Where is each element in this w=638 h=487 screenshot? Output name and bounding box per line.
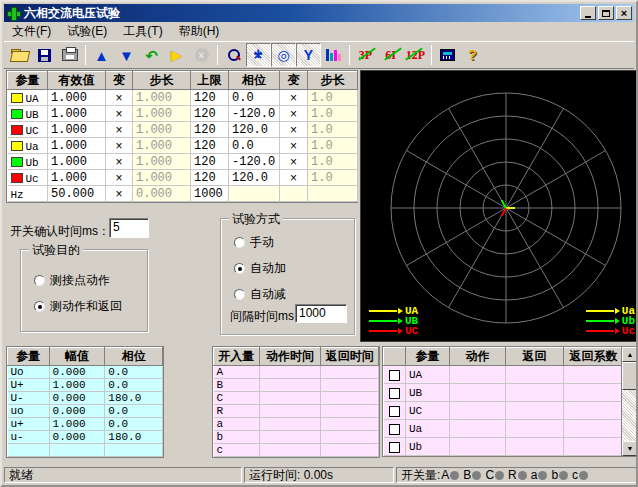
main-window: 六相交流电压试验 × 文件(F)试验(E)工具(T)帮助(H) ▲ ▼ ↶ ▶ … [0, 0, 638, 487]
zoom-button[interactable] [221, 43, 246, 67]
limit-cell[interactable]: 120 [191, 90, 229, 106]
run-button[interactable]: ▶ [164, 43, 189, 67]
decrease-button[interactable]: ▼ [114, 43, 139, 67]
phase-cell[interactable]: 0.0 [229, 90, 280, 106]
rms-cell[interactable]: 1.000 [48, 170, 106, 186]
close-button[interactable]: × [616, 6, 632, 20]
var1-cell[interactable]: × [106, 154, 133, 170]
action-row: Ua [384, 420, 624, 438]
switch-letter: A [441, 468, 449, 482]
row-checkbox[interactable] [389, 424, 400, 435]
rms-cell[interactable]: 50.000 [48, 186, 106, 202]
var2-cell[interactable]: × [280, 138, 308, 154]
menu-item[interactable]: 工具(T) [115, 22, 170, 41]
phase-cell[interactable]: 120.0 [229, 170, 280, 186]
twelve-phase-button[interactable]: 12P [403, 43, 428, 67]
radio-label: 测动作和返回 [50, 298, 122, 315]
open-button[interactable] [7, 43, 32, 67]
in-name: A [214, 366, 260, 379]
save-button[interactable] [32, 43, 57, 67]
vertical-scrollbar[interactable]: ▲ ▼ [621, 347, 637, 456]
rms-cell[interactable]: 1.000 [48, 106, 106, 122]
three-phase-button[interactable]: 3P [353, 43, 378, 67]
param-name-cell: Ub [8, 154, 48, 170]
maximize-button[interactable] [598, 6, 614, 20]
limit-cell[interactable]: 120 [191, 170, 229, 186]
y-connection-button[interactable]: Y [296, 43, 321, 67]
minimize-button[interactable] [580, 6, 596, 20]
mode-radio-option[interactable]: 自动减 [234, 286, 286, 303]
phase-cell[interactable]: 120.0 [229, 122, 280, 138]
limit-cell[interactable]: 120 [191, 122, 229, 138]
limit-cell[interactable]: 120 [191, 154, 229, 170]
reset-button[interactable]: ↶ [139, 43, 164, 67]
act-action [450, 402, 506, 420]
var2-cell[interactable]: × [280, 154, 308, 170]
seq-amp: 1.000 [49, 418, 105, 431]
titlebar: 六相交流电压试验 × [4, 4, 634, 22]
six-current-button[interactable]: 6I [378, 43, 403, 67]
var2-cell[interactable]: × [280, 106, 308, 122]
limit-cell[interactable]: 120 [191, 106, 229, 122]
calculator-button[interactable] [435, 43, 460, 67]
rms-cell[interactable]: 1.000 [48, 90, 106, 106]
var1-cell[interactable]: × [106, 106, 133, 122]
switch-indicator: C [485, 468, 508, 482]
increase-button[interactable]: ▲ [89, 43, 114, 67]
var2-cell[interactable] [280, 186, 308, 202]
var2-cell[interactable]: × [280, 122, 308, 138]
mode-radio-option[interactable]: 手动 [234, 234, 274, 251]
mode-radio-option[interactable]: 自动加 [234, 260, 286, 277]
phase-cell[interactable]: -120.0 [229, 154, 280, 170]
rms-cell[interactable]: 1.000 [48, 138, 106, 154]
rms-cell[interactable]: 1.000 [48, 154, 106, 170]
scrollbar-thumb[interactable] [622, 362, 638, 390]
help-icon: ? [468, 48, 477, 62]
row-checkbox[interactable] [389, 406, 400, 417]
switch-input-table: 开入量 动作时间 返回时间 A B [212, 346, 380, 458]
var1-cell[interactable]: × [106, 170, 133, 186]
vector-diagram-button[interactable] [246, 43, 271, 67]
scroll-up-button[interactable]: ▲ [622, 347, 638, 362]
rms-cell[interactable]: 1.000 [48, 122, 106, 138]
purpose-radio-option[interactable]: 测接点动作 [34, 272, 110, 289]
radio-label: 测接点动作 [50, 272, 110, 289]
var1-cell[interactable]: × [106, 122, 133, 138]
phase-cell[interactable]: 0.0 [229, 138, 280, 154]
bar-chart-button[interactable] [321, 43, 346, 67]
act-return [506, 438, 564, 456]
purpose-radio-option[interactable]: 测动作和返回 [34, 298, 122, 315]
seq-col-param: 参量 [8, 348, 50, 366]
act-coef [564, 456, 624, 458]
var1-cell[interactable]: × [106, 138, 133, 154]
phase-cell[interactable] [229, 186, 280, 202]
impedance-circle-button[interactable]: ◎ [271, 43, 296, 67]
limit-cell[interactable]: 1000 [191, 186, 229, 202]
scroll-down-button[interactable]: ▼ [622, 441, 638, 456]
row-checkbox[interactable] [389, 442, 400, 453]
help-button[interactable]: ? [460, 43, 485, 67]
zoom-icon [227, 48, 241, 62]
interval-input[interactable]: 1000 [295, 304, 347, 323]
menu-item[interactable]: 文件(F) [4, 22, 59, 41]
legend-arrowhead [615, 308, 620, 314]
menu-item[interactable]: 帮助(H) [171, 22, 228, 41]
menu-item[interactable]: 试验(E) [59, 22, 115, 41]
seq-name [8, 444, 50, 457]
down-icon: ▼ [119, 48, 134, 63]
var1-cell[interactable]: × [106, 90, 133, 106]
three-phase-icon: 3P [359, 48, 372, 63]
var2-cell[interactable]: × [280, 90, 308, 106]
in-name: a [214, 418, 260, 431]
switch-confirm-input[interactable]: 5 [109, 218, 149, 238]
print-button[interactable] [57, 43, 82, 67]
act-coef [564, 402, 624, 420]
row-checkbox[interactable] [389, 388, 400, 399]
limit-cell[interactable]: 120 [191, 138, 229, 154]
var2-cell[interactable]: × [280, 170, 308, 186]
vector-diagram-icon [252, 48, 266, 62]
phase-cell[interactable]: -120.0 [229, 106, 280, 122]
var1-cell[interactable]: × [106, 186, 133, 202]
row-checkbox[interactable] [389, 370, 400, 381]
in-act-time [259, 431, 321, 444]
